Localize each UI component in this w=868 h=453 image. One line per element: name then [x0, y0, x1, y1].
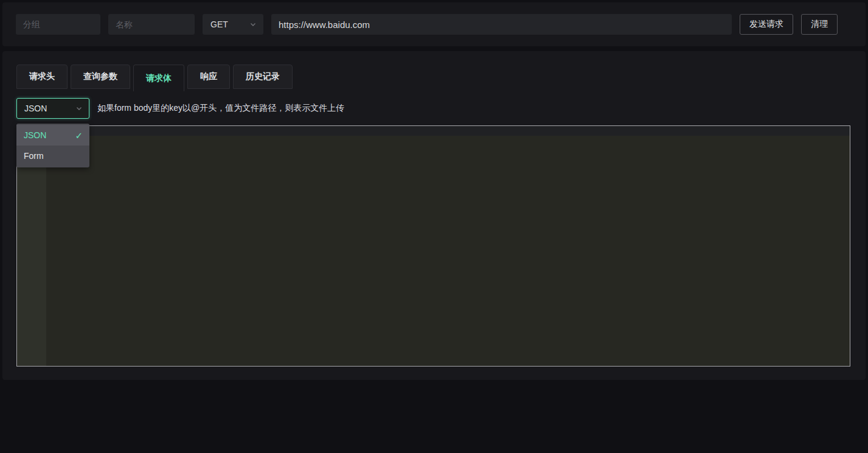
chevron-down-icon	[75, 105, 83, 112]
tab-history[interactable]: 历史记录	[233, 65, 293, 89]
name-input[interactable]	[108, 14, 195, 35]
body-type-row: JSON 如果form body里的key以@开头，值为文件路径，则表示文件上传	[16, 98, 850, 119]
editor-content[interactable]	[46, 136, 850, 366]
tab-request-headers[interactable]: 请求头	[16, 65, 68, 89]
request-body-editor[interactable]	[16, 125, 850, 367]
editor-main	[17, 136, 850, 366]
url-input[interactable]	[271, 14, 732, 35]
tab-label: 查询参数	[83, 71, 117, 82]
tab-response[interactable]: 响应	[187, 65, 230, 89]
tab-label: 请求头	[29, 71, 55, 82]
check-icon: ✓	[75, 131, 83, 140]
tab-request-body[interactable]: 请求体	[133, 65, 184, 91]
group-input[interactable]	[16, 14, 100, 35]
tab-bar: 请求头 查询参数 请求体 响应 历史记录	[16, 65, 850, 91]
tab-label: 历史记录	[246, 71, 280, 82]
request-toolbar: GET 发送请求 清理	[2, 2, 866, 46]
editor-top-strip	[17, 126, 850, 136]
option-label: JSON	[24, 130, 46, 140]
method-select-value: GET	[210, 19, 228, 29]
upload-hint-text: 如果form body里的key以@开头，值为文件路径，则表示文件上传	[97, 103, 344, 114]
editor-gutter	[17, 136, 46, 366]
tab-label: 响应	[200, 71, 217, 82]
tab-query-params[interactable]: 查询参数	[71, 65, 130, 89]
body-type-select-value: JSON	[24, 104, 47, 113]
dropdown-option-json[interactable]: JSON ✓	[16, 125, 89, 146]
send-request-button[interactable]: 发送请求	[740, 14, 793, 35]
chevron-down-icon	[249, 21, 257, 28]
dropdown-option-form[interactable]: Form	[16, 146, 89, 166]
option-label: Form	[24, 151, 44, 161]
body-type-select[interactable]: JSON	[16, 98, 89, 119]
body-type-dropdown: JSON ✓ Form	[16, 124, 89, 167]
clear-button[interactable]: 清理	[801, 14, 838, 35]
method-select[interactable]: GET	[203, 14, 263, 35]
request-panel: 请求头 查询参数 请求体 响应 历史记录 JSON 如果form body里的k…	[2, 51, 866, 380]
tab-label: 请求体	[146, 73, 172, 84]
